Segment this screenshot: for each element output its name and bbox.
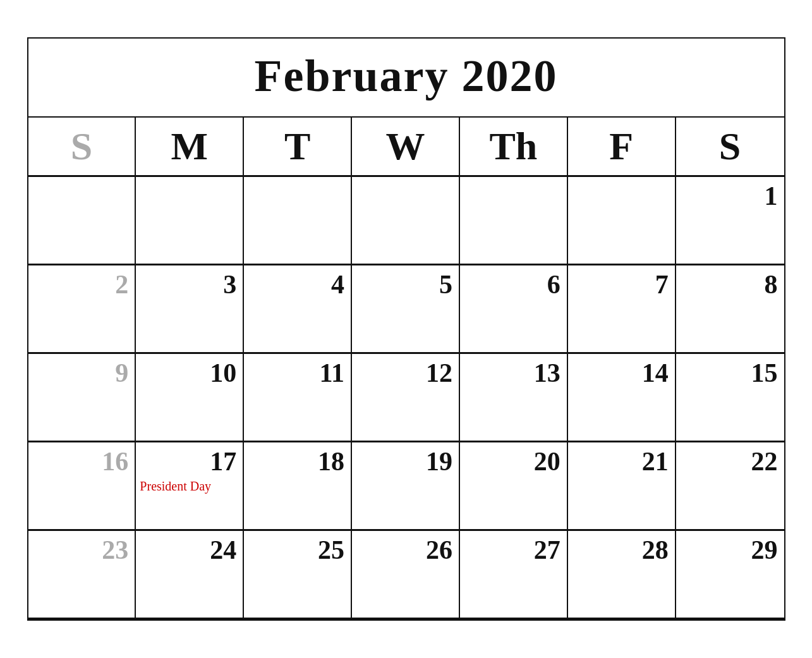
day-number: 20 [464, 446, 561, 477]
day-cell: 17President Day [136, 442, 244, 531]
day-header-wednesday: W [352, 118, 460, 175]
day-cell: 10 [136, 354, 244, 442]
day-number: 11 [248, 358, 344, 388]
day-number: 4 [248, 269, 344, 300]
day-cell: 16 [28, 442, 136, 531]
day-cell: 7 [568, 265, 676, 354]
day-number: 5 [356, 269, 452, 300]
day-cell: 15 [676, 354, 784, 442]
day-cell: 11 [244, 354, 352, 442]
day-number: 24 [140, 535, 236, 565]
day-number: 17 [140, 446, 236, 477]
day-number: 19 [356, 446, 452, 477]
day-number: 6 [464, 269, 561, 300]
day-cell: 27 [460, 531, 568, 619]
day-number: 27 [464, 535, 561, 565]
day-number: 28 [572, 535, 669, 565]
day-cell [568, 177, 676, 265]
day-number: 25 [248, 535, 344, 565]
day-header-tuesday: T [244, 118, 352, 175]
day-header-monday: M [136, 118, 244, 175]
day-headers: SMTWThFS [28, 118, 784, 177]
calendar-grid: 1234567891011121314151617President Day18… [28, 177, 784, 619]
calendar: February 2020 SMTWThFS 12345678910111213… [27, 37, 785, 621]
day-cell: 9 [28, 354, 136, 442]
day-number: 21 [572, 446, 669, 477]
day-cell: 21 [568, 442, 676, 531]
day-number: 10 [140, 358, 236, 388]
day-number: 1 [680, 181, 778, 211]
day-cell: 20 [460, 442, 568, 531]
day-cell [28, 177, 136, 265]
day-number: 7 [572, 269, 669, 300]
day-cell: 3 [136, 265, 244, 354]
day-cell: 12 [352, 354, 460, 442]
day-number: 9 [32, 358, 129, 388]
day-cell: 18 [244, 442, 352, 531]
day-cell [352, 177, 460, 265]
day-cell: 29 [676, 531, 784, 619]
day-number: 26 [356, 535, 452, 565]
day-number: 12 [356, 358, 452, 388]
day-number: 16 [32, 446, 129, 477]
day-cell: 14 [568, 354, 676, 442]
day-number: 14 [572, 358, 669, 388]
day-number: 8 [680, 269, 778, 300]
day-cell: 2 [28, 265, 136, 354]
day-number: 13 [464, 358, 561, 388]
day-cell: 28 [568, 531, 676, 619]
holiday-label: President Day [140, 479, 236, 494]
day-header-saturday: S [676, 118, 784, 175]
day-cell: 1 [676, 177, 784, 265]
day-cell: 4 [244, 265, 352, 354]
calendar-header: February 2020 [28, 39, 784, 118]
day-cell: 22 [676, 442, 784, 531]
day-cell: 24 [136, 531, 244, 619]
day-cell: 5 [352, 265, 460, 354]
day-cell: 26 [352, 531, 460, 619]
day-cell: 8 [676, 265, 784, 354]
day-header-friday: F [568, 118, 676, 175]
day-header-thursday: Th [460, 118, 568, 175]
day-header-sunday: S [28, 118, 136, 175]
day-cell: 19 [352, 442, 460, 531]
day-cell: 6 [460, 265, 568, 354]
day-number: 3 [140, 269, 236, 300]
day-number: 18 [248, 446, 344, 477]
day-cell [136, 177, 244, 265]
day-number: 15 [680, 358, 778, 388]
day-number: 23 [32, 535, 129, 565]
day-cell: 13 [460, 354, 568, 442]
day-cell: 23 [28, 531, 136, 619]
day-number: 22 [680, 446, 778, 477]
day-number: 29 [680, 535, 778, 565]
day-cell [460, 177, 568, 265]
day-cell [244, 177, 352, 265]
day-number: 2 [32, 269, 129, 300]
day-cell: 25 [244, 531, 352, 619]
month-year-title: February 2020 [28, 50, 784, 102]
